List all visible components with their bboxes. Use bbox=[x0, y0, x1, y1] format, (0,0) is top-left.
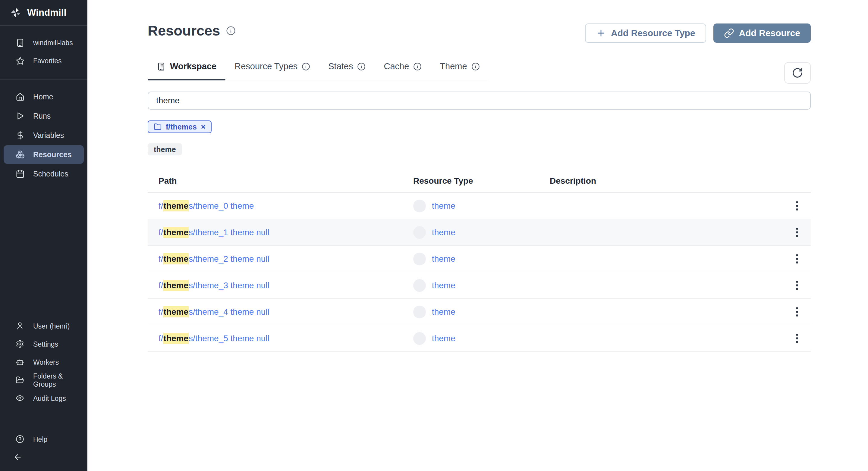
add-resource-button[interactable]: Add Resource bbox=[713, 24, 811, 43]
add-resource-type-button[interactable]: Add Resource Type bbox=[585, 24, 706, 43]
sidebar-item-resources[interactable]: Resources bbox=[4, 145, 84, 164]
resource-type-avatar bbox=[413, 279, 426, 292]
table-row: f/themes/theme_4 theme null theme bbox=[148, 299, 811, 325]
tab-theme[interactable]: Theme bbox=[431, 61, 489, 80]
info-icon[interactable] bbox=[413, 62, 422, 71]
resource-path-link[interactable]: f/themes/theme_0 theme bbox=[158, 200, 254, 211]
tab-label: Workspace bbox=[170, 61, 216, 71]
workers-label: Workers bbox=[33, 358, 59, 367]
tabs-row: Workspace Resource Types States bbox=[148, 61, 811, 84]
sidebar-item-schedules[interactable]: Schedules bbox=[4, 164, 84, 183]
search-match-highlight: theme bbox=[163, 333, 189, 344]
link-icon bbox=[724, 28, 734, 38]
resource-path-link[interactable]: f/themes/theme_2 theme null bbox=[158, 253, 270, 264]
user-icon bbox=[16, 322, 25, 331]
folder-filter-label: f/themes bbox=[166, 123, 197, 131]
app-title: Windmill bbox=[27, 7, 66, 18]
folders-groups-label: Folders & Groups bbox=[33, 372, 84, 389]
sidebar: Windmill windmill-labs bbox=[0, 0, 87, 471]
resource-type-link[interactable]: theme bbox=[432, 281, 456, 290]
resource-type-link[interactable]: theme bbox=[432, 201, 456, 211]
workspace-name: windmill-labs bbox=[33, 39, 73, 47]
favorites-label: Favorites bbox=[33, 57, 62, 65]
tab-workspace[interactable]: Workspace bbox=[148, 61, 225, 80]
table-row: f/themes/theme_5 theme null theme bbox=[148, 325, 811, 352]
settings-label: Settings bbox=[33, 340, 58, 348]
keyword-chip[interactable]: theme bbox=[148, 143, 182, 156]
tabs: Workspace Resource Types States bbox=[148, 61, 489, 80]
sidebar-item-workspace-picker[interactable]: windmill-labs bbox=[4, 34, 84, 52]
filter-chips: f/themes × theme bbox=[148, 110, 811, 156]
sidebar-item-runs[interactable]: Runs bbox=[4, 107, 84, 125]
table-row: f/themes/theme_2 theme null theme bbox=[148, 246, 811, 272]
row-menu-button[interactable] bbox=[792, 277, 802, 294]
sidebar-item-favorites[interactable]: Favorites bbox=[4, 52, 84, 70]
tab-label: Theme bbox=[440, 61, 467, 71]
row-menu-button[interactable] bbox=[792, 330, 802, 347]
table-row: f/themes/theme_0 theme theme bbox=[148, 193, 811, 219]
sidebar-item-user[interactable]: User (henri) bbox=[4, 317, 84, 335]
info-icon[interactable] bbox=[471, 62, 480, 71]
tab-cache[interactable]: Cache bbox=[375, 61, 431, 80]
search-match-highlight: theme bbox=[163, 227, 189, 238]
tab-label: Resource Types bbox=[235, 61, 298, 71]
info-icon[interactable] bbox=[226, 26, 236, 36]
row-menu-button[interactable] bbox=[792, 198, 802, 214]
sidebar-item-variables[interactable]: Variables bbox=[4, 126, 84, 144]
resource-type-link[interactable]: theme bbox=[432, 254, 456, 264]
search-match-highlight: theme bbox=[163, 253, 189, 264]
column-header-description: Description bbox=[539, 176, 783, 186]
sidebar-item-help[interactable]: Help bbox=[4, 431, 84, 448]
dollar-icon bbox=[16, 131, 25, 140]
info-icon[interactable] bbox=[357, 62, 366, 71]
folder-icon bbox=[154, 123, 161, 131]
resource-type-link[interactable]: theme bbox=[432, 228, 456, 237]
folder-open-icon bbox=[16, 376, 25, 385]
resource-path-link[interactable]: f/themes/theme_5 theme null bbox=[158, 333, 270, 344]
sidebar-item-folders-groups[interactable]: Folders & Groups bbox=[4, 372, 84, 389]
sidebar-item-audit-logs[interactable]: Audit Logs bbox=[4, 390, 84, 407]
app-logo[interactable]: Windmill bbox=[0, 0, 87, 25]
resource-type-avatar bbox=[413, 253, 426, 265]
column-header-path: Path bbox=[148, 176, 403, 186]
help-label: Help bbox=[33, 435, 47, 444]
sidebar-item-workers[interactable]: Workers bbox=[4, 354, 84, 371]
tab-resource-types[interactable]: Resource Types bbox=[225, 61, 319, 80]
resource-type-link[interactable]: theme bbox=[432, 334, 456, 343]
sidebar-nav: Home Runs Variables bbox=[0, 79, 87, 184]
sidebar-item-settings[interactable]: Settings bbox=[4, 335, 84, 353]
tab-states[interactable]: States bbox=[319, 61, 375, 80]
building-icon bbox=[16, 38, 25, 47]
search-match-highlight: theme bbox=[163, 200, 189, 211]
app-root: Windmill windmill-labs bbox=[0, 0, 868, 471]
search-input[interactable] bbox=[148, 92, 811, 110]
resource-type-link[interactable]: theme bbox=[432, 307, 456, 317]
add-resource-type-label: Add Resource Type bbox=[611, 28, 695, 38]
resource-path-link[interactable]: f/themes/theme_3 theme null bbox=[158, 280, 270, 291]
sidebar-item-home[interactable]: Home bbox=[4, 87, 84, 106]
remove-filter-icon[interactable]: × bbox=[201, 122, 206, 132]
refresh-button[interactable] bbox=[784, 62, 811, 84]
resource-path-link[interactable]: f/themes/theme_4 theme null bbox=[158, 306, 270, 317]
row-menu-button[interactable] bbox=[792, 224, 802, 241]
column-header-resource-type: Resource Type bbox=[403, 176, 539, 186]
calendar-icon bbox=[16, 169, 25, 178]
row-menu-button[interactable] bbox=[792, 250, 802, 267]
row-menu-button[interactable] bbox=[792, 304, 802, 320]
home-icon bbox=[16, 92, 25, 101]
resource-path-link[interactable]: f/themes/theme_1 theme null bbox=[158, 227, 270, 238]
folder-filter-chip[interactable]: f/themes × bbox=[148, 121, 212, 133]
nav-label: Home bbox=[33, 93, 53, 101]
resource-type-avatar bbox=[413, 332, 426, 345]
building-icon bbox=[157, 62, 166, 71]
star-icon bbox=[16, 56, 25, 65]
eye-icon bbox=[16, 394, 25, 403]
page-header: Resources Add Resource Type bbox=[148, 22, 811, 43]
sidebar-bottom: User (henri) Settings Wo bbox=[0, 317, 87, 471]
info-icon[interactable] bbox=[302, 62, 310, 71]
collapse-sidebar-button[interactable] bbox=[0, 449, 87, 466]
main-content: Resources Add Resource Type bbox=[87, 0, 868, 471]
audit-logs-label: Audit Logs bbox=[33, 395, 66, 403]
help-circle-icon bbox=[16, 435, 25, 444]
resource-type-avatar bbox=[413, 306, 426, 318]
